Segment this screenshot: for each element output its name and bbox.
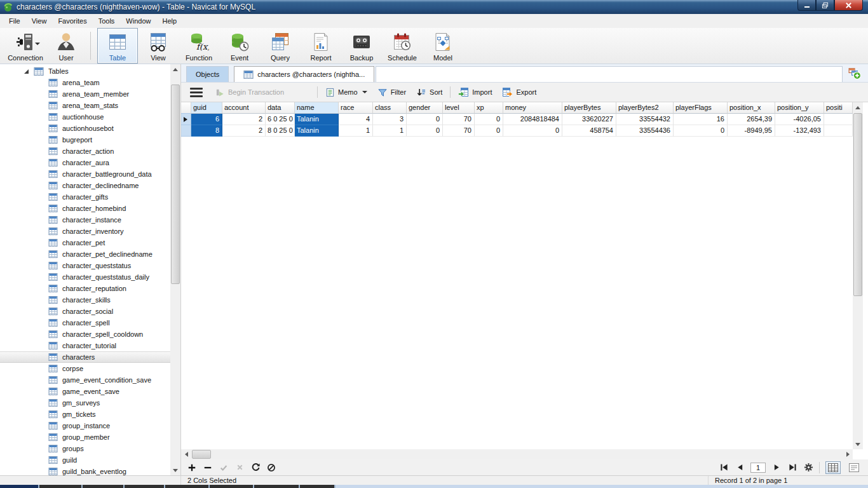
sidebar-table-item[interactable]: group_instance [0, 420, 171, 431]
column-header-race[interactable]: race [339, 102, 373, 114]
cell-position_y[interactable]: -132,493 [775, 125, 824, 137]
sidebar-table-item[interactable]: character_battleground_data [0, 168, 171, 180]
row-marker-cell[interactable] [181, 114, 191, 125]
cell-playerBytes2[interactable]: 33554432 [616, 114, 674, 125]
cell-race[interactable]: 1 [339, 125, 373, 137]
next-record-button[interactable] [771, 463, 782, 473]
close-button[interactable] [834, 0, 863, 11]
column-header-position_x[interactable]: position_x [728, 102, 775, 114]
cell-data[interactable]: 8 0 25 0 [266, 125, 295, 137]
delete-record-button[interactable] [203, 463, 213, 473]
cell-position_x[interactable]: -8949,95 [728, 125, 775, 137]
cell-playerBytes2[interactable]: 33554436 [616, 125, 674, 137]
menu-item[interactable]: Tools [93, 15, 121, 27]
sidebar-table-item[interactable]: character_reputation [0, 283, 171, 294]
cell-money[interactable]: 0 [503, 125, 562, 137]
cell-playerFlags[interactable]: 0 [674, 125, 728, 137]
refresh-button[interactable] [250, 463, 261, 473]
sidebar-table-item[interactable]: character_tutorial [0, 340, 171, 351]
grid-view-button[interactable] [825, 461, 841, 474]
sidebar-table-item[interactable]: character_spell [0, 317, 171, 329]
cell-class[interactable]: 3 [373, 114, 407, 125]
export-button[interactable]: Export [497, 85, 541, 100]
menu-item[interactable]: Window [120, 15, 156, 27]
cell-position_x[interactable]: 2654,39 [728, 114, 775, 125]
grid-vscrollbar[interactable] [853, 102, 863, 449]
toolbar-button[interactable]: Table [97, 28, 138, 64]
cell-positi[interactable] [824, 114, 853, 125]
cell-xp[interactable]: 0 [475, 114, 503, 125]
sidebar-table-item[interactable]: character_declinedname [0, 180, 171, 191]
column-header-level[interactable]: level [443, 102, 475, 114]
cell-race[interactable]: 4 [339, 114, 373, 125]
tab-characters-table[interactable]: characters @characters (nightha... [234, 66, 374, 82]
column-header-xp[interactable]: xp [475, 102, 503, 114]
toolbar-button[interactable]: Schedule [382, 28, 423, 64]
sidebar-table-item[interactable]: character_aura [0, 157, 171, 168]
sidebar-table-item[interactable]: arena_team_member [0, 88, 171, 100]
scroll-up-icon[interactable] [170, 64, 180, 74]
sidebar-table-item[interactable]: corpse [0, 363, 171, 374]
scrollbar-thumb[interactable] [171, 85, 180, 284]
sidebar-table-item[interactable]: character_gifts [0, 191, 171, 203]
menu-hamburger-icon[interactable] [190, 86, 203, 99]
toolbar-button[interactable]: View [138, 28, 179, 64]
column-header-playerBytes2[interactable]: playerBytes2 [616, 102, 674, 114]
sidebar-table-item[interactable]: gm_tickets [0, 409, 171, 420]
cell-guid[interactable]: 6 [191, 114, 222, 125]
cell-level[interactable]: 70 [443, 114, 475, 125]
menu-item[interactable]: Favorites [52, 15, 92, 27]
memo-dropdown-icon[interactable] [362, 91, 367, 93]
sidebar-table-item[interactable]: auctionhousebot [0, 123, 171, 134]
filter-button[interactable]: Filter [372, 85, 411, 100]
sidebar-table-item[interactable]: characters [0, 351, 171, 363]
sidebar-table-item[interactable]: character_pet_declinedname [0, 248, 171, 260]
page-number-input[interactable]: 1 [750, 463, 766, 473]
sidebar-table-item[interactable]: auctionhouse [0, 111, 171, 123]
cell-class[interactable]: 1 [373, 125, 407, 137]
sidebar-table-item[interactable]: character_queststatus_daily [0, 271, 171, 283]
scroll-down-icon[interactable] [170, 465, 180, 475]
previous-record-button[interactable] [735, 463, 745, 473]
cell-account[interactable]: 2 [222, 114, 266, 125]
stop-button[interactable] [266, 463, 276, 473]
cell-playerBytes[interactable]: 458754 [562, 125, 616, 137]
sidebar-table-item[interactable]: arena_team_stats [0, 100, 171, 111]
menu-item[interactable]: View [26, 15, 53, 27]
discard-changes-button[interactable] [234, 463, 245, 473]
column-header-data[interactable]: data [266, 102, 295, 114]
sort-button[interactable]: Sort [411, 85, 447, 100]
column-header-positi[interactable]: positi [824, 102, 853, 114]
row-marker-cell[interactable] [181, 125, 191, 137]
cell-position_y[interactable]: -4026,05 [775, 114, 824, 125]
cell-data[interactable]: 6 0 25 0 [266, 114, 295, 125]
column-header-position_y[interactable]: position_y [775, 102, 824, 114]
scroll-up-icon[interactable] [853, 102, 863, 112]
toolbar-button[interactable]: Backup [341, 28, 382, 64]
form-view-button[interactable] [846, 461, 862, 474]
collapse-expander-icon[interactable] [24, 69, 29, 74]
sidebar-table-item[interactable]: groups [0, 443, 171, 454]
sidebar-table-item[interactable]: character_spell_cooldown [0, 329, 171, 340]
cell-guid[interactable]: 8 [191, 125, 222, 137]
column-header-guid[interactable]: guid [191, 102, 222, 114]
scroll-down-icon[interactable] [853, 439, 863, 449]
sidebar-table-item[interactable]: gm_surveys [0, 397, 171, 409]
column-header-class[interactable]: class [373, 102, 407, 114]
cell-gender[interactable]: 0 [407, 114, 443, 125]
cell-xp[interactable]: 0 [475, 125, 503, 137]
sidebar-table-item[interactable]: character_pet [0, 237, 171, 248]
toolbar-button[interactable]: f(x) Function [179, 28, 219, 64]
cell-level[interactable]: 70 [443, 125, 475, 137]
sidebar-table-item[interactable]: character_action [0, 146, 171, 157]
menu-item[interactable]: File [3, 15, 26, 27]
sidebar-table-item[interactable]: character_queststatus [0, 260, 171, 271]
toolbar-button[interactable]: Connection [5, 28, 46, 64]
sidebar-scrollbar[interactable] [170, 64, 180, 475]
cell-gender[interactable]: 0 [407, 125, 443, 137]
scroll-right-icon[interactable] [843, 449, 853, 459]
sidebar-table-item[interactable]: guild_bank_eventlog [0, 466, 171, 475]
sidebar-table-item[interactable]: character_social [0, 306, 171, 317]
scrollbar-thumb[interactable] [853, 113, 862, 296]
toolbar-button[interactable]: Query [260, 28, 301, 64]
